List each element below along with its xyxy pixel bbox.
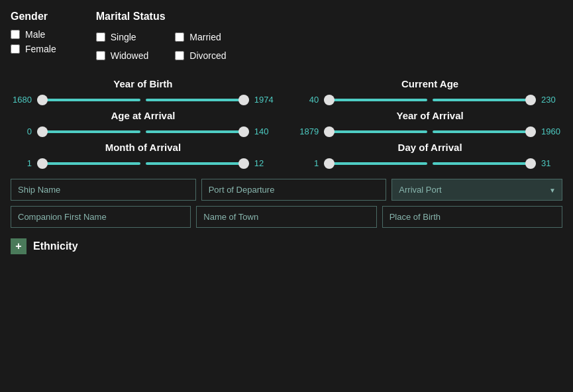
marital-married-checkbox[interactable] [175, 32, 184, 42]
year-of-arrival-slider-min[interactable] [324, 130, 427, 133]
current-age-min: 40 [297, 95, 319, 105]
year-of-birth-slider-max[interactable] [146, 99, 249, 101]
ethnicity-label: Ethnicity [33, 240, 78, 252]
age-at-arrival-group: Age at Arrival 0 140 [11, 110, 276, 136]
ethnicity-section: + Ethnicity [11, 238, 562, 254]
month-of-arrival-slider-max[interactable] [146, 162, 249, 165]
month-of-arrival-track: 1 12 [11, 158, 276, 168]
arrival-port-wrapper: Arrival Port New York Boston Philadelphi… [391, 179, 562, 201]
day-of-arrival-track: 1 31 [297, 158, 562, 168]
month-of-arrival-group: Month of Arrival 1 12 [11, 142, 276, 168]
year-of-birth-label: Year of Birth [113, 78, 172, 89]
slider-row-2: Age at Arrival 0 140 Year of Arrival 187… [11, 110, 562, 136]
current-age-slider-max[interactable] [433, 99, 536, 101]
marital-section: Marital Status Single Married Widowed Di… [96, 11, 228, 65]
ethnicity-add-button[interactable]: + [11, 238, 26, 254]
gender-male-row: Male [11, 29, 56, 40]
month-of-arrival-max: 12 [254, 158, 276, 168]
gender-male-label: Male [25, 29, 45, 40]
gender-male-checkbox[interactable] [11, 30, 20, 39]
inputs-section: Arrival Port New York Boston Philadelphi… [11, 179, 562, 228]
year-of-arrival-slider-max[interactable] [433, 130, 536, 133]
year-of-arrival-label: Year of Arrival [397, 110, 464, 121]
gender-title: Gender [11, 11, 56, 23]
year-of-birth-group: Year of Birth 1680 1974 [11, 78, 276, 105]
marital-grid: Single Married Widowed Divorced [96, 32, 228, 65]
day-of-arrival-slider-max[interactable] [433, 162, 536, 165]
marital-widowed-checkbox[interactable] [96, 51, 105, 60]
companion-first-name-input[interactable] [11, 206, 191, 228]
day-of-arrival-max: 31 [541, 158, 562, 168]
year-of-birth-min: 1680 [11, 95, 32, 105]
year-of-birth-track: 1680 1974 [11, 95, 276, 105]
slider-row-1: Year of Birth 1680 1974 Current Age 40 2… [11, 78, 562, 105]
marital-divorced-row: Divorced [175, 50, 228, 61]
marital-married-row: Married [175, 32, 228, 42]
top-section: Gender Male Female Marital Status Single… [11, 11, 562, 65]
marital-widowed-label: Widowed [111, 50, 149, 61]
current-age-group: Current Age 40 230 [297, 78, 562, 105]
sliders-section: Year of Birth 1680 1974 Current Age 40 2… [11, 78, 562, 168]
age-at-arrival-label: Age at Arrival [111, 110, 175, 121]
ship-name-input[interactable] [11, 179, 196, 201]
month-of-arrival-slider-min[interactable] [37, 162, 140, 165]
port-of-departure-input[interactable] [201, 179, 387, 201]
year-of-arrival-max: 1960 [541, 126, 562, 136]
input-row-1: Arrival Port New York Boston Philadelphi… [11, 179, 562, 201]
age-at-arrival-track: 0 140 [11, 126, 276, 136]
age-at-arrival-min: 0 [11, 126, 32, 136]
day-of-arrival-group: Day of Arrival 1 31 [297, 142, 562, 168]
place-of-birth-input[interactable] [382, 206, 562, 228]
marital-widowed-row: Widowed [96, 50, 149, 61]
marital-single-row: Single [96, 32, 149, 42]
marital-single-label: Single [111, 32, 136, 42]
current-age-track: 40 230 [297, 95, 562, 105]
month-of-arrival-label: Month of Arrival [105, 142, 181, 153]
input-row-2 [11, 206, 562, 228]
month-of-arrival-min: 1 [11, 158, 32, 168]
current-age-slider-min[interactable] [324, 99, 427, 101]
year-of-arrival-min: 1879 [297, 126, 319, 136]
day-of-arrival-label: Day of Arrival [398, 142, 462, 153]
gender-female-row: Female [11, 44, 56, 54]
slider-row-3: Month of Arrival 1 12 Day of Arrival 1 3… [11, 142, 562, 168]
year-of-birth-slider-min[interactable] [37, 99, 140, 101]
gender-female-label: Female [25, 44, 56, 54]
day-of-arrival-slider-min[interactable] [324, 162, 427, 165]
year-of-arrival-group: Year of Arrival 1879 1960 [297, 110, 562, 136]
name-of-town-input[interactable] [196, 206, 376, 228]
current-age-label: Current Age [401, 78, 458, 89]
day-of-arrival-min: 1 [297, 158, 319, 168]
current-age-max: 230 [541, 95, 562, 105]
year-of-birth-max: 1974 [254, 95, 276, 105]
gender-section: Gender Male Female [11, 11, 56, 65]
marital-title: Marital Status [96, 11, 228, 23]
gender-female-checkbox[interactable] [11, 44, 20, 54]
arrival-port-select[interactable]: Arrival Port New York Boston Philadelphi… [391, 179, 562, 201]
age-at-arrival-max: 140 [254, 126, 276, 136]
marital-married-label: Married [189, 32, 221, 42]
marital-divorced-label: Divorced [189, 50, 226, 61]
age-at-arrival-slider-min[interactable] [37, 130, 140, 133]
marital-divorced-checkbox[interactable] [175, 51, 184, 60]
year-of-arrival-track: 1879 1960 [297, 126, 562, 136]
age-at-arrival-slider-max[interactable] [146, 130, 249, 133]
marital-single-checkbox[interactable] [96, 32, 105, 42]
